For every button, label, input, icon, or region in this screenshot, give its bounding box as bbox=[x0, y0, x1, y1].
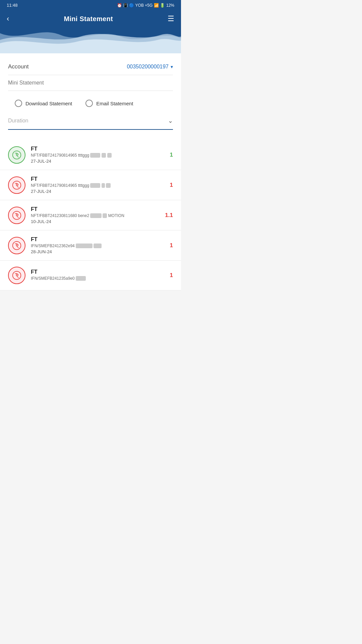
transaction-item[interactable]: ₹ FT NFT/FBBT241790814965 ttttggg 27-JUL… bbox=[0, 140, 181, 170]
mini-statement-input[interactable] bbox=[8, 80, 173, 86]
status-right: ⏰ 📳 🔵 YOB +5G 📶 🔋 12% bbox=[117, 3, 174, 8]
duration-dropdown[interactable]: Duration ⌄ bbox=[8, 112, 173, 130]
account-row: Account 00350200000197 ▾ bbox=[8, 60, 173, 75]
transaction-type: FT bbox=[31, 146, 165, 152]
download-statement-label: Download Statement bbox=[25, 101, 72, 106]
transaction-item[interactable]: ₹ FT NFT/FBBT241230811680 bene2 MOTION 1… bbox=[0, 200, 181, 230]
transaction-amount: 1 bbox=[170, 182, 173, 189]
transaction-item[interactable]: ₹ FT IFN/SMEFB2412362e94 28-JUN-24 1 bbox=[0, 230, 181, 261]
transaction-type: FT bbox=[31, 206, 160, 212]
transaction-date: 27-JUL-24 bbox=[31, 189, 165, 194]
transaction-date: 10-JUL-24 bbox=[31, 219, 160, 224]
statement-type-options: Download Statement Email Statement bbox=[8, 96, 173, 112]
transaction-icon: ₹ bbox=[8, 237, 25, 254]
transaction-date: 28-JUN-24 bbox=[31, 249, 165, 254]
page-title: Mini Statement bbox=[64, 15, 113, 23]
transaction-ref: IFN/SMEFB241235a9e0 bbox=[31, 276, 165, 281]
wave-decoration bbox=[0, 23, 181, 53]
duration-chevron-icon: ⌄ bbox=[168, 117, 173, 124]
transaction-icon: ₹ bbox=[8, 146, 25, 164]
transaction-amount: 1 bbox=[170, 242, 173, 249]
transaction-details: FT NFT/FBBT241230811680 bene2 MOTION 10-… bbox=[31, 206, 160, 224]
transaction-amount: 1 bbox=[170, 272, 173, 279]
account-chevron-icon: ▾ bbox=[171, 64, 173, 69]
app-header: ‹ Mini Statement ☰ bbox=[0, 10, 181, 23]
transaction-ref: NFT/FBBT241790814965 ttttggg bbox=[31, 153, 165, 158]
transaction-details: FT IFN/SMEFB2412362e94 28-JUN-24 bbox=[31, 236, 165, 254]
email-radio-button[interactable] bbox=[85, 100, 93, 107]
status-icons: ⏰ 📳 🔵 YOB +5G 📶 🔋 bbox=[117, 3, 165, 8]
transaction-list: ₹ FT NFT/FBBT241790814965 ttttggg 27-JUL… bbox=[0, 140, 181, 290]
transaction-ref: IFN/SMEFB2412362e94 bbox=[31, 244, 165, 248]
transaction-item[interactable]: ₹ FT NFT/FBBT241790814965 ttttggg 27-JUL… bbox=[0, 170, 181, 200]
transaction-amount: 1 bbox=[170, 152, 173, 158]
download-statement-option[interactable]: Download Statement bbox=[15, 100, 72, 107]
transaction-details: FT NFT/FBBT241790814965 ttttggg 27-JUL-2… bbox=[31, 146, 165, 164]
account-number-value: 00350200000197 bbox=[127, 64, 169, 70]
transaction-type: FT bbox=[31, 269, 165, 275]
transaction-type: FT bbox=[31, 236, 165, 243]
menu-button[interactable]: ☰ bbox=[168, 14, 174, 23]
transaction-details: FT IFN/SMEFB241235a9e0 bbox=[31, 269, 165, 282]
battery-percent: 12% bbox=[166, 3, 174, 8]
transaction-details: FT NFT/FBBT241790814965 ttttggg 27-JUL-2… bbox=[31, 176, 165, 194]
email-statement-option[interactable]: Email Statement bbox=[85, 100, 133, 107]
email-statement-label: Email Statement bbox=[96, 101, 133, 106]
status-bar: 11:48 ⏰ 📳 🔵 YOB +5G 📶 🔋 12% bbox=[0, 0, 181, 10]
back-button[interactable]: ‹ bbox=[7, 14, 9, 23]
transaction-icon: ₹ bbox=[8, 207, 25, 224]
content-area: Account 00350200000197 ▾ Download Statem… bbox=[0, 53, 181, 140]
mini-statement-field[interactable] bbox=[8, 75, 173, 91]
transaction-type: FT bbox=[31, 176, 165, 182]
transaction-icon: ₹ bbox=[8, 267, 25, 284]
download-radio-button[interactable] bbox=[15, 100, 22, 107]
transaction-amount: 1.1 bbox=[165, 212, 173, 219]
status-time: 11:48 bbox=[7, 3, 18, 8]
account-selector[interactable]: 00350200000197 ▾ bbox=[127, 64, 173, 70]
transaction-ref: NFT/FBBT241790814965 ttttggg bbox=[31, 183, 165, 188]
transaction-item[interactable]: ₹ FT IFN/SMEFB241235a9e0 1 bbox=[0, 261, 181, 290]
transaction-ref: NFT/FBBT241230811680 bene2 MOTION bbox=[31, 213, 160, 218]
account-label: Account bbox=[8, 63, 28, 70]
duration-label: Duration bbox=[8, 118, 28, 124]
transaction-date: 27-JUL-24 bbox=[31, 159, 165, 164]
transaction-icon: ₹ bbox=[8, 176, 25, 194]
